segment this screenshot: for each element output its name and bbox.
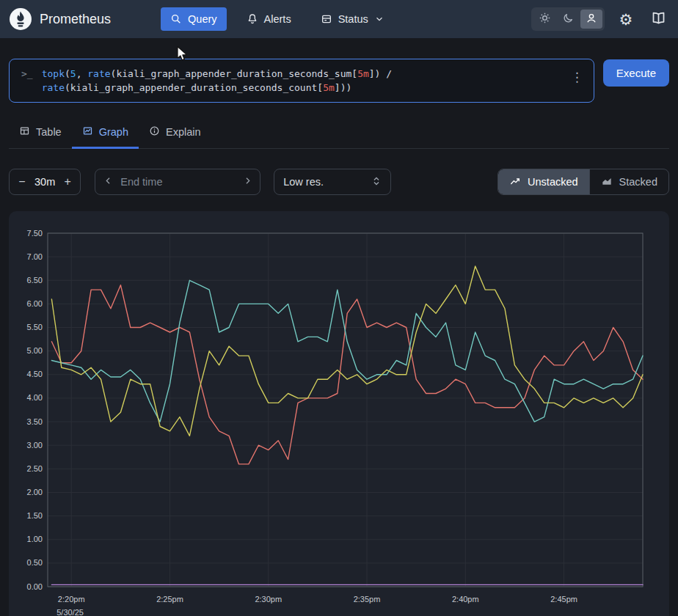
time-back-button[interactable] xyxy=(95,170,120,194)
docs-button[interactable] xyxy=(647,8,669,30)
end-time-picker xyxy=(95,169,260,195)
stacked-button[interactable]: Stacked xyxy=(589,169,668,194)
range-stepper: − 30m + xyxy=(9,169,81,195)
line-chart[interactable]: 0.000.501.001.502.002.503.003.504.004.50… xyxy=(21,221,657,616)
svg-text:6.00: 6.00 xyxy=(27,299,43,308)
resolution-select[interactable]: Low res. xyxy=(274,169,391,195)
bell-icon xyxy=(247,13,258,25)
svg-text:1.50: 1.50 xyxy=(27,511,43,520)
svg-text:0.50: 0.50 xyxy=(27,558,43,567)
range-decrease-button[interactable]: − xyxy=(12,170,32,194)
svg-text:2:35pm: 2:35pm xyxy=(354,595,381,604)
navbar-right: ⚙ xyxy=(531,7,669,31)
svg-text:4.50: 4.50 xyxy=(27,370,43,378)
stacked-label: Stacked xyxy=(619,176,657,188)
nav-status-button[interactable]: Status xyxy=(311,7,394,31)
tab-explain[interactable]: Explain xyxy=(139,119,211,149)
unstacked-label: Unstacked xyxy=(528,176,578,188)
navbar-left: Prometheus Query Alerts Status xyxy=(9,7,394,31)
system-theme-button[interactable] xyxy=(580,10,602,29)
nav-query-button[interactable]: Query xyxy=(161,7,227,31)
sun-icon xyxy=(539,12,551,26)
graph-icon xyxy=(82,125,93,139)
promql-expression[interactable]: topk(5, rate(kiali_graph_appender_durati… xyxy=(42,67,565,95)
range-increase-button[interactable]: + xyxy=(58,170,77,194)
nav-query-label: Query xyxy=(188,13,217,25)
tab-table-label: Table xyxy=(36,126,62,138)
svg-text:5.50: 5.50 xyxy=(27,323,43,331)
dark-theme-button[interactable] xyxy=(557,10,579,29)
end-time-input[interactable] xyxy=(120,176,235,188)
svg-text:3.50: 3.50 xyxy=(27,417,43,426)
trend-line-icon xyxy=(509,175,521,189)
search-icon xyxy=(170,13,182,25)
unstacked-button[interactable]: Unstacked xyxy=(498,169,589,194)
svg-text:2:30pm: 2:30pm xyxy=(255,595,282,604)
query-row: >_ topk(5, rate(kiali_graph_appender_dur… xyxy=(9,59,669,103)
nav-alerts-label: Alerts xyxy=(264,13,291,25)
result-tabs: Table Graph Explain xyxy=(9,119,669,149)
svg-text:2:45pm: 2:45pm xyxy=(550,595,577,604)
nav-status-label: Status xyxy=(338,13,368,25)
svg-text:7.50: 7.50 xyxy=(27,229,43,238)
user-icon xyxy=(586,12,597,26)
select-chevrons-icon xyxy=(371,176,382,188)
app-title: Prometheus xyxy=(40,12,111,27)
moon-icon xyxy=(562,12,574,26)
light-theme-button[interactable] xyxy=(533,10,555,29)
svg-text:5/30/25: 5/30/25 xyxy=(56,608,84,616)
prometheus-logo[interactable] xyxy=(9,7,32,31)
prometheus-logo-icon xyxy=(9,7,32,31)
svg-text:2.50: 2.50 xyxy=(27,464,43,473)
terminal-prompt-icon: >_ xyxy=(21,68,33,79)
range-value[interactable]: 30m xyxy=(32,176,58,188)
server-stack-icon xyxy=(321,13,332,25)
chevron-down-icon xyxy=(374,14,384,24)
navbar: Prometheus Query Alerts Status xyxy=(0,0,678,38)
resolution-value: Low res. xyxy=(283,176,324,188)
query-expression-editor[interactable]: >_ topk(5, rate(kiali_graph_appender_dur… xyxy=(9,59,594,103)
tab-table[interactable]: Table xyxy=(9,119,72,149)
tab-graph[interactable]: Graph xyxy=(72,119,139,149)
chevron-left-icon xyxy=(103,175,114,188)
svg-text:4.00: 4.00 xyxy=(27,393,43,402)
editor-menu-button[interactable]: ⋮ xyxy=(571,70,583,85)
graph-controls: − 30m + Low res. Unstacked xyxy=(9,169,669,195)
svg-text:6.50: 6.50 xyxy=(27,276,43,285)
svg-text:2:20pm: 2:20pm xyxy=(58,595,85,604)
execute-button[interactable]: Execute xyxy=(603,59,669,87)
svg-text:2:25pm: 2:25pm xyxy=(156,595,183,604)
stacked-area-icon xyxy=(601,175,613,189)
tab-graph-label: Graph xyxy=(99,126,128,138)
svg-text:0.00: 0.00 xyxy=(27,582,43,591)
gear-icon: ⚙ xyxy=(619,12,633,27)
settings-button[interactable]: ⚙ xyxy=(615,8,637,30)
nav-alerts-button[interactable]: Alerts xyxy=(237,7,301,31)
primary-nav: Query Alerts Status xyxy=(161,7,394,31)
table-icon xyxy=(19,125,30,139)
graph-panel: 0.000.501.001.502.002.503.003.504.004.50… xyxy=(9,211,669,616)
stacking-toggle: Unstacked Stacked xyxy=(497,169,669,195)
chevron-right-icon xyxy=(242,175,253,188)
tab-explain-label: Explain xyxy=(166,126,201,138)
svg-text:2:40pm: 2:40pm xyxy=(452,595,479,604)
svg-text:7.00: 7.00 xyxy=(27,252,43,261)
svg-text:5.00: 5.00 xyxy=(27,346,43,355)
svg-text:1.00: 1.00 xyxy=(27,535,43,543)
info-icon xyxy=(149,125,160,139)
theme-toggle xyxy=(531,7,605,31)
time-forward-button[interactable] xyxy=(235,170,260,194)
svg-text:3.00: 3.00 xyxy=(27,441,43,450)
book-icon xyxy=(651,10,666,28)
svg-text:2.00: 2.00 xyxy=(27,488,43,496)
